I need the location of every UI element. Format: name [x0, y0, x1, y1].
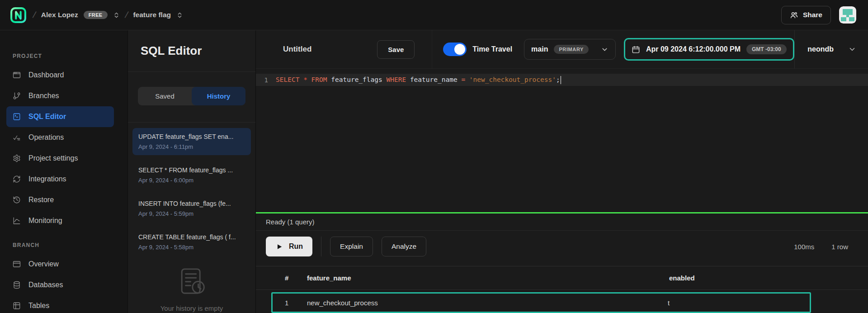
nav-label: SQL Editor — [28, 113, 66, 121]
nav-label: Project settings — [28, 154, 78, 162]
branch-select[interactable]: main PRIMARY — [524, 39, 616, 60]
toggle-knob — [454, 44, 465, 55]
history-query: INSERT INTO feature_flags (fe... — [138, 200, 245, 207]
sql-token: WHERE — [386, 76, 406, 83]
history-item[interactable]: CREATE TABLE feature_flags ( f... Apr 9,… — [132, 228, 251, 256]
time-travel-datetime-picker[interactable]: Apr 09 2024 6:12:00.000 PM GMT -03:00 — [624, 38, 794, 61]
sql-token: 'new_checkout_process' — [469, 76, 556, 83]
primary-badge: PRIMARY — [554, 45, 589, 54]
sql-token: SELECT — [276, 76, 299, 83]
nav-label: Monitoring — [28, 217, 62, 225]
analyze-button[interactable]: Analyze — [382, 237, 426, 256]
query-duration: 100ms — [794, 243, 814, 251]
text-cursor — [561, 76, 561, 84]
table-icon — [13, 302, 21, 310]
chevron-down-icon — [601, 46, 609, 53]
database-icon — [13, 281, 21, 289]
gear-icon — [13, 154, 21, 162]
org-switcher-chevron-icon[interactable] — [113, 12, 120, 19]
table-row-highlighted: 1 new_checkout_process t — [271, 292, 811, 313]
nav-label: Branches — [28, 92, 59, 100]
sidebar-item-restore[interactable]: Restore — [6, 190, 114, 210]
datetime-value: Apr 09 2024 6:12:00.000 PM — [646, 45, 741, 53]
tabs-container: Saved History — [128, 72, 255, 123]
branch-name: main — [531, 45, 548, 53]
history-empty-label: Your history is empty — [160, 304, 223, 312]
sql-editor-panel: SQL Editor Saved History UPDATE feature_… — [127, 30, 255, 313]
chevron-down-icon — [848, 45, 856, 53]
history-query: CREATE TABLE feature_flags ( f... — [138, 233, 245, 241]
nav-label: Dashboard — [28, 71, 64, 79]
history-date: Apr 9, 2024 - 5:58pm — [138, 244, 245, 251]
run-button[interactable]: Run — [266, 237, 312, 256]
tab-saved[interactable]: Saved — [138, 87, 192, 105]
sql-token: feature_flags — [331, 76, 382, 83]
toolbar-divider — [432, 30, 432, 68]
breadcrumb-separator: / — [32, 9, 37, 21]
users-icon — [790, 11, 798, 19]
sidebar-item-branches[interactable]: Branches — [6, 85, 114, 106]
results-table: # feature_name enabled 1 new_checkout_pr… — [256, 262, 868, 313]
sidebar-item-integrations[interactable]: Integrations — [6, 169, 114, 190]
status-bar: Ready (1 query) — [256, 213, 868, 231]
history-item[interactable]: INSERT INTO feature_flags (fe... Apr 9, … — [132, 195, 251, 222]
sidebar-item-tables[interactable]: Tables — [6, 295, 114, 313]
history-item[interactable]: SELECT * FROM feature_flags ... Apr 9, 2… — [132, 161, 251, 189]
nav-label: Tables — [28, 302, 49, 310]
explain-button[interactable]: Explain — [330, 237, 373, 256]
sql-token: FROM — [311, 76, 327, 83]
nav-label: Databases — [28, 281, 63, 289]
actions-bar: Run Explain Analyze 100ms 1 row — [256, 231, 868, 262]
editor-toolbar: Untitled Save Time Travel main PRIMARY A… — [256, 30, 868, 69]
sidebar-section-project: PROJECT — [0, 53, 127, 59]
database-select[interactable]: neondb — [794, 30, 868, 69]
avatar[interactable] — [839, 6, 856, 24]
org-name[interactable]: Alex Lopez — [41, 11, 78, 19]
play-icon — [275, 243, 283, 251]
time-travel-toggle[interactable] — [443, 43, 467, 56]
sidebar-item-sql-editor[interactable]: SQL Editor — [6, 106, 114, 127]
sidebar-item-project-settings[interactable]: Project settings — [6, 148, 114, 169]
status-text: Ready (1 query) — [266, 218, 315, 226]
row-count: 1 row — [831, 243, 848, 251]
run-label: Run — [289, 242, 303, 251]
nav-label: Overview — [28, 260, 59, 268]
sql-token — [406, 76, 410, 83]
neon-logo-icon[interactable] — [10, 7, 27, 24]
history-clock-icon — [13, 196, 21, 204]
column-header-feature-name: feature_name — [307, 274, 669, 282]
project-name[interactable]: feature flag — [133, 11, 171, 19]
topbar: / Alex Lopez FREE / feature flag Share — [0, 0, 868, 30]
share-button[interactable]: Share — [781, 6, 831, 24]
sql-code-editor[interactable]: 1 SELECT * FROM feature_flags WHERE feat… — [256, 69, 868, 212]
cell-feature-name: new_checkout_process — [307, 299, 668, 307]
dashboard-icon — [13, 71, 21, 79]
cell-enabled: t — [668, 299, 810, 307]
sql-token: * — [303, 76, 307, 83]
sidebar-item-operations[interactable]: Operations — [6, 127, 114, 148]
tab-history[interactable]: History — [192, 87, 245, 105]
history-query: SELECT * FROM feature_flags ... — [138, 166, 245, 174]
line-number: 1 — [256, 76, 276, 84]
breadcrumb-separator: / — [124, 9, 129, 21]
project-switcher-chevron-icon[interactable] — [176, 12, 183, 19]
query-title[interactable]: Untitled — [283, 45, 311, 54]
plan-badge: FREE — [84, 11, 108, 19]
breadcrumb: / Alex Lopez FREE / feature flag — [33, 9, 183, 20]
history-date: Apr 9, 2024 - 5:59pm — [138, 210, 245, 217]
cell-index: 1 — [273, 299, 307, 307]
save-button[interactable]: Save — [377, 40, 415, 59]
history-date: Apr 9, 2024 - 6:00pm — [138, 177, 245, 184]
browser-window-icon — [13, 260, 21, 268]
sidebar-item-dashboard[interactable]: Dashboard — [6, 65, 114, 85]
nav-label: Integrations — [28, 175, 66, 183]
nav-label: Operations — [28, 133, 64, 142]
sidebar-item-databases[interactable]: Databases — [6, 275, 114, 295]
history-query: UPDATE feature_flags SET ena... — [138, 133, 245, 140]
sql-token: ; — [556, 76, 560, 83]
document-clock-icon — [176, 267, 207, 297]
history-item[interactable]: UPDATE feature_flags SET ena... Apr 9, 2… — [132, 128, 251, 155]
sql-token: feature_name — [410, 76, 458, 83]
sidebar-item-monitoring[interactable]: Monitoring — [6, 210, 114, 231]
sidebar-item-overview[interactable]: Overview — [6, 254, 114, 275]
